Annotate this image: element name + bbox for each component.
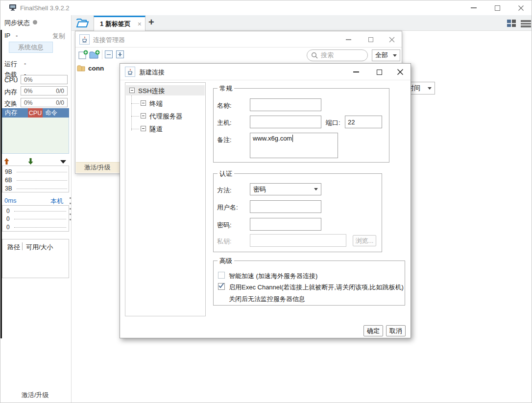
disk-table: 路径 可用/大小 (2, 239, 69, 278)
activate-banner-label: 激活/升级 (84, 164, 110, 172)
search-box[interactable]: 搜索 (307, 49, 368, 61)
tab-label: 1 新标签页 (100, 20, 131, 28)
ping-tick: 0 (6, 224, 12, 231)
new-folder-icon[interactable] (89, 50, 100, 62)
system-info-label: 系统信息 (18, 43, 44, 52)
mem-usage-field: 0% 0/0 (21, 86, 68, 95)
maximize-icon (377, 70, 382, 75)
browse-label: 浏览... (356, 237, 374, 245)
ping-chart: 0 0 0 (2, 205, 69, 232)
activate-upgrade-link[interactable]: 激活/升级 (22, 391, 49, 400)
exec-channel-note: 关闭后无法监控服务器信息 (229, 295, 305, 304)
host-input[interactable] (250, 116, 321, 128)
sync-status-dot (33, 20, 37, 24)
ping-tick: 0 (6, 215, 12, 222)
disk-col-size[interactable]: 可用/大小 (26, 243, 53, 252)
system-info-button[interactable]: 系统信息 (9, 42, 53, 53)
ping-host[interactable]: 本机 (50, 197, 63, 206)
password-input[interactable] (250, 218, 321, 231)
new-tab-button[interactable]: + (148, 17, 154, 28)
net-tick: 9B (5, 168, 15, 175)
collapse-all-icon[interactable] (105, 50, 113, 58)
new-connection-icon[interactable] (78, 50, 88, 62)
run-value: - (24, 60, 26, 67)
java-app-icon (79, 34, 90, 45)
maximize-button[interactable] (490, 2, 504, 14)
process-col-cmd[interactable]: 命令 (43, 108, 69, 118)
gridline (17, 172, 67, 172)
collapse-toggle-icon[interactable] (141, 113, 146, 119)
layout-grid-icon[interactable] (507, 20, 516, 27)
general-legend: 常规 (218, 84, 234, 93)
tree-connector (131, 129, 139, 129)
menu-icon[interactable] (521, 20, 531, 27)
connmgr-maximize-button[interactable] (364, 34, 378, 46)
host-label: 主机: (217, 119, 232, 127)
tab-close-icon[interactable]: × (138, 20, 142, 28)
privkey-input[interactable] (250, 234, 346, 247)
tree-item-ssh[interactable]: SSH连接 (126, 85, 205, 95)
name-input[interactable] (250, 98, 321, 111)
gridline (14, 211, 66, 212)
dialog-titlebar[interactable]: 新建连接 (120, 64, 411, 80)
net-tick: 6B (5, 177, 15, 184)
dialog-maximize-button[interactable] (372, 66, 386, 78)
disk-col-path[interactable]: 路径 (7, 243, 20, 252)
cancel-button[interactable]: 取消 (386, 325, 406, 336)
tree-item-tunnel[interactable]: 隧道 (139, 123, 203, 134)
open-sessions-icon[interactable] (76, 18, 89, 30)
sidebar-splitter[interactable] (69, 196, 72, 240)
check-icon (218, 283, 224, 289)
java-app-icon (125, 67, 135, 77)
remark-textarea[interactable]: www.x6g.com (250, 133, 338, 158)
tab-new-tab[interactable]: 1 新标签页 × (94, 16, 145, 31)
new-connection-dialog: 新建连接 SSH连接 终端 代理服务器 隧道 (120, 63, 411, 338)
tree-connector (131, 103, 139, 104)
gridline (17, 189, 67, 189)
connmgr-titlebar[interactable]: 连接管理器 (75, 31, 402, 47)
smart-accel-checkbox[interactable] (218, 272, 225, 279)
port-input[interactable]: 22 (345, 116, 382, 128)
close-button[interactable] (514, 2, 528, 14)
collapse-toggle-icon[interactable] (141, 100, 146, 106)
dialog-close-button[interactable] (393, 66, 407, 78)
privkey-label: 私钥: (217, 237, 232, 246)
method-dropdown[interactable]: 密码 (250, 183, 321, 195)
cpu-usage-field: 0% (21, 75, 68, 84)
ip-label: IP (4, 32, 10, 39)
method-label: 方法: (217, 186, 232, 195)
swap-usage-field: 0% 0/0 (21, 98, 68, 107)
text-cursor (292, 135, 293, 142)
advanced-legend: 高级 (218, 257, 234, 265)
collapse-toggle-icon[interactable] (141, 126, 146, 131)
process-col-mem[interactable]: 内存 (2, 108, 28, 118)
connmgr-minimize-button[interactable] (341, 34, 355, 46)
exec-channel-checkbox[interactable] (218, 283, 225, 290)
tree-connector (131, 116, 139, 117)
ok-button[interactable]: 确定 (363, 325, 383, 336)
mem-percent: 0% (24, 88, 32, 95)
tree-item-terminal[interactable]: 终端 (139, 98, 203, 108)
expand-all-icon[interactable] (116, 50, 124, 58)
process-list (2, 118, 69, 154)
collapse-toggle-icon[interactable] (129, 88, 135, 93)
mem-ratio: 0/0 (56, 88, 64, 95)
browse-button[interactable]: 浏览... (353, 235, 376, 246)
minimize-button[interactable] (467, 2, 481, 14)
mem-label: 内存 (4, 88, 17, 96)
tree-item-label: SSH连接 (138, 87, 165, 95)
dialog-title: 新建连接 (139, 68, 165, 77)
chart-menu-icon[interactable] (60, 160, 66, 164)
sidebar: 同步状态 IP - 复制 系统信息 运行 - 负载 - CPU 0% 内存 0%… (0, 15, 72, 403)
tree-item-proxy[interactable]: 代理服务器 (139, 111, 203, 121)
folder-icon (77, 65, 85, 72)
connmgr-toolbar: 搜索 全部 (75, 48, 402, 62)
tree-item-label: 代理服务器 (149, 112, 183, 121)
connmgr-close-button[interactable] (385, 34, 399, 46)
close-icon (397, 69, 404, 75)
copy-link[interactable]: 复制 (52, 32, 65, 41)
filter-dropdown[interactable]: 全部 (372, 49, 400, 61)
dialog-minimize-button[interactable] (349, 66, 363, 78)
process-col-cpu[interactable]: CPU (28, 108, 43, 118)
username-input[interactable] (250, 200, 321, 213)
